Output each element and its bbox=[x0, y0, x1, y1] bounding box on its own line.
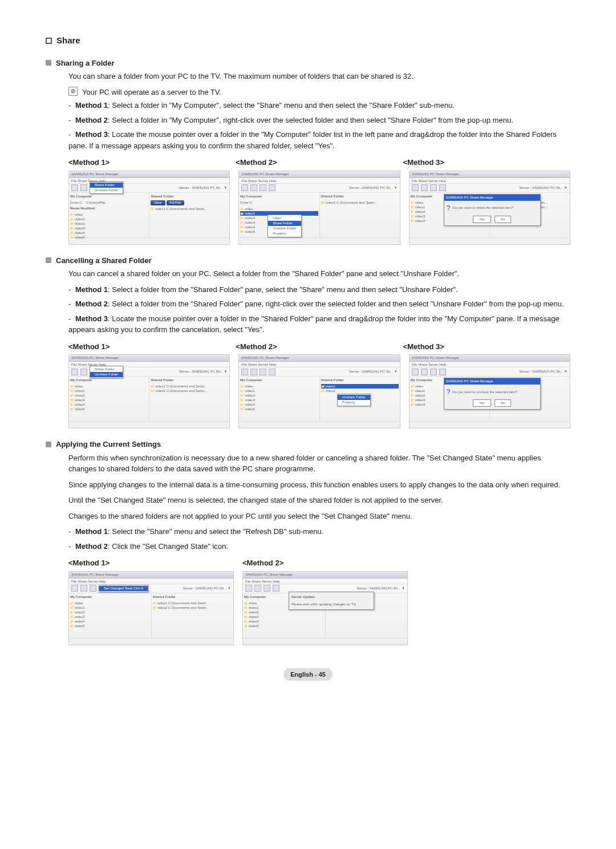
folder-list: video video1 video2 video3 video4 video5 bbox=[70, 212, 148, 240]
solid-bullet-icon bbox=[46, 60, 51, 66]
app-titlebar: SAMSUNG PC Share Manager bbox=[243, 572, 407, 579]
c-m3-label: Method 3 bbox=[75, 314, 108, 323]
sharing-intro: You can share a folder from your PC to t… bbox=[68, 71, 570, 82]
page-number-badge: English - 45 bbox=[283, 668, 333, 681]
refresh-icon bbox=[90, 585, 96, 592]
dialog-message: Please wait while updating changes on TV… bbox=[291, 602, 371, 607]
back-icon bbox=[439, 184, 446, 191]
pane-shared-title: Shared Folder bbox=[151, 378, 228, 383]
dialog-message: Do you want to share the selected item? bbox=[452, 205, 513, 211]
label-method1: <Method 1> bbox=[68, 157, 227, 168]
cancel-screenshots: SAMSUNG PC Share Manager File Share Serv… bbox=[68, 354, 570, 428]
refresh-icon bbox=[260, 369, 266, 375]
screenshot-cancel-m2: SAMSUNG PC Share Manager File Share Serv… bbox=[238, 354, 400, 428]
ctx-open: Open bbox=[268, 216, 301, 221]
folder-item: video3 bbox=[244, 614, 324, 619]
shared-list: video1 C:\Documents and Settin... video2… bbox=[151, 384, 228, 393]
heading-applying: Applying the Current Settings bbox=[56, 439, 161, 450]
server-label: Server : SAMSUNG PC Sh... ▼ bbox=[349, 185, 398, 191]
folder-item: video4 bbox=[70, 619, 150, 624]
c-m3-text: : Locate the mouse pointer over a folder… bbox=[68, 314, 560, 334]
yes-button[interactable]: Yes bbox=[473, 216, 491, 223]
menu-share-folder: Share Folder bbox=[90, 183, 123, 188]
label-method2: <Method 2> bbox=[236, 157, 394, 168]
a-m1-text: : Select the "Share" menu and select the… bbox=[108, 527, 323, 536]
toolbar-icon bbox=[71, 184, 78, 191]
screenshot-share-m2: SAMSUNG PC Share Manager File Share Serv… bbox=[238, 171, 400, 245]
sharing-note: ⊘ Your PC will operate as a server to th… bbox=[68, 87, 570, 98]
pane-mycomputer-title: My Computer bbox=[70, 194, 148, 199]
path-label: C:\Users\Pat... bbox=[86, 200, 108, 205]
refresh-icon bbox=[260, 184, 266, 191]
toolbar-icon bbox=[241, 184, 248, 191]
toolbar-icon bbox=[250, 184, 257, 191]
context-menu: Open Share Folder Unshare Folder Propert… bbox=[268, 215, 301, 237]
toolbar-icon bbox=[80, 184, 87, 191]
shared-path: C:\Documents and Settin... bbox=[168, 601, 209, 605]
yes-button[interactable]: Yes bbox=[473, 399, 491, 407]
server-label: Server : SAMSUNG PC Sh... ▼ bbox=[183, 586, 231, 591]
toolbar-icon bbox=[80, 369, 87, 375]
m2-text: : Select a folder in "My Computer", righ… bbox=[108, 116, 513, 124]
folder-item: video2 bbox=[70, 610, 150, 614]
folder-item: video bbox=[240, 207, 318, 211]
no-button[interactable]: No bbox=[495, 216, 512, 223]
question-icon: ? bbox=[447, 387, 451, 397]
folder-item: video5 bbox=[70, 407, 148, 411]
toolbar-icon bbox=[421, 369, 428, 375]
a-m2-label: Method 2 bbox=[75, 542, 108, 551]
refresh-icon bbox=[430, 369, 437, 375]
toolbar-icon bbox=[80, 585, 87, 592]
folder-item: video2 bbox=[244, 610, 324, 614]
screenshot-share-m1: SAMSUNG PC Share Manager File Share Serv… bbox=[68, 171, 230, 245]
folder-list: video video1 video2 video3 video4 video5 bbox=[70, 384, 148, 411]
folder-item: video bbox=[240, 384, 318, 389]
screenshot-apply-m2: SAMSUNG PC Share Manager File Share Serv… bbox=[242, 571, 408, 645]
confirm-dialog: SAMSUNG PC Share Manager ? Do you want t… bbox=[444, 194, 541, 226]
sharing-method-3: -Method 3: Locate the mouse pointer over… bbox=[68, 129, 570, 151]
square-bullet-icon bbox=[46, 38, 52, 44]
col-name: Name bbox=[70, 206, 79, 211]
sharing-note-text: Your PC will operate as a server to the … bbox=[82, 87, 221, 98]
screenshot-apply-m1: SAMSUNG PC Share Manager File Share Serv… bbox=[68, 571, 234, 645]
ctx-share: Share Folder bbox=[268, 221, 301, 226]
shared-path: C:\Documents and Settin... bbox=[167, 385, 208, 388]
toolbar: Server : SAMSUNG PC Sh... ▼ bbox=[410, 367, 570, 377]
question-icon: ? bbox=[447, 203, 451, 213]
statusbar bbox=[410, 421, 570, 428]
shared-list: video1 C:\Documents and Settin... bbox=[321, 200, 399, 205]
pane-shared-title: Shared Folder bbox=[321, 194, 399, 199]
toolbar: Share Folder Unshare Folder Server : SAM… bbox=[69, 367, 229, 377]
statusbar bbox=[69, 638, 233, 645]
server-label: Server : SAMSUNG PC Sh... ▼ bbox=[519, 185, 568, 191]
toolbar: Set Changed State Ctrl+S Server : SAMSUN… bbox=[69, 584, 233, 593]
back-icon bbox=[269, 369, 275, 375]
context-menu: Unshare Folder Property bbox=[337, 394, 371, 406]
shared-item: video1 bbox=[155, 385, 165, 388]
folder-item: video1 bbox=[240, 389, 318, 393]
shared-path: C:\Documents and Settin... bbox=[337, 201, 378, 204]
applying-p2: Since applying changes to the internal d… bbox=[68, 479, 570, 491]
col-modified: Modified bbox=[80, 206, 95, 211]
ctx-property: Property bbox=[338, 400, 370, 405]
page-footer: English - 45 bbox=[46, 668, 570, 681]
folder-item: video2 bbox=[70, 393, 148, 398]
folder-item: video1 bbox=[70, 389, 148, 393]
label-method1: <Method 1> bbox=[68, 557, 234, 569]
cancelling-m1: -Method 1: Select a folder from the "Sha… bbox=[68, 284, 570, 296]
app-titlebar: SAMSUNG PC Share Manager bbox=[69, 572, 233, 579]
dialog-message: Do you want to unshare the selected item… bbox=[452, 390, 517, 395]
sharing-method-labels: <Method 1> <Method 2> <Method 3> bbox=[68, 157, 570, 168]
toolbar: Share Folder Unshare Folder Server : SAM… bbox=[69, 184, 229, 193]
applying-p3: Until the "Set Changed State" menu is se… bbox=[68, 495, 570, 506]
drive-label: Drive C: bbox=[70, 200, 83, 205]
sharing-method-1: -Method 1: Select a folder in "My Comput… bbox=[68, 100, 570, 111]
no-button[interactable]: No bbox=[495, 399, 512, 407]
toolbar-icon bbox=[254, 585, 261, 592]
shared-item: video2 bbox=[326, 389, 336, 393]
pane-shared-title: Shared Folder bbox=[153, 595, 233, 600]
folder-item: video bbox=[70, 212, 148, 217]
dialog-title: Server Update bbox=[291, 595, 371, 600]
heading-share: Share bbox=[56, 34, 80, 47]
toolbar-icon bbox=[245, 585, 252, 592]
